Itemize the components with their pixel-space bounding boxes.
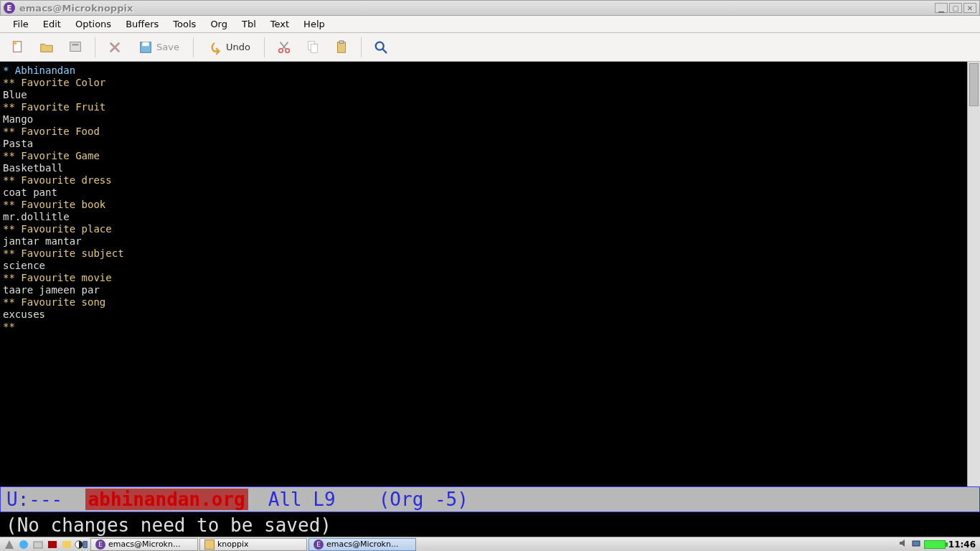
vertical-scrollbar[interactable] [967,62,980,486]
scissors-icon [276,39,292,55]
menu-help[interactable]: Help [296,17,332,32]
browser-launcher[interactable] [17,539,30,550]
task-label: knoppix [217,540,249,549]
copy-button[interactable] [301,35,325,60]
menu-options[interactable]: Options [68,17,118,32]
cut-button[interactable] [272,35,296,60]
maximize-button[interactable]: ▢ [949,3,962,13]
modeline-mode: (Org -5) [379,489,468,510]
taskbar-clock[interactable]: 11:46 [948,540,976,550]
svg-rect-2 [70,42,81,51]
window-title: emacs@Microknoppix [19,3,133,14]
minimize-button[interactable]: ▁ [935,3,948,13]
modeline-filename: abhinandan.org [85,489,248,510]
editor-line: taare jameen par [3,284,964,296]
menu-edit[interactable]: Edit [36,17,68,32]
editor-line: * Abhinandan [3,65,964,77]
emacs-app-icon: E [4,2,15,14]
open-directory-button[interactable] [63,35,88,60]
editor-line: jantar mantar [3,235,964,248]
svg-rect-5 [142,42,149,46]
editor-line: science [3,260,964,272]
mode-line[interactable]: U:--- abhinandan.org All L9 (Org -5) [0,486,980,512]
undo-button[interactable]: Undo [201,35,257,60]
svg-rect-19 [913,541,920,546]
taskbar-task-knoppix[interactable]: knoppix [199,538,307,551]
editor-line: coat pant [3,187,964,199]
editor-line: ** Favourite book [3,199,964,211]
menu-org[interactable]: Org [203,17,235,32]
open-folder-icon [39,39,55,55]
editor-line: Pasta [3,138,964,150]
editor-line: ** Favorite Food [3,126,964,138]
editor-line: Blue [3,89,964,101]
editor-line: ** Favourite song [3,296,964,309]
search-button[interactable] [369,35,393,60]
save-icon [138,39,154,55]
svg-rect-16 [62,541,71,548]
menu-buffers[interactable]: Buffers [118,17,166,32]
menu-bar: File Edit Options Buffers Tools Org Tbl … [0,16,980,33]
editor-line: ** Favourite place [3,223,964,235]
toolbar-separator [95,37,95,57]
save-label: Save [156,42,179,52]
clipboard-icon [334,39,349,55]
editor-line: Basketball [3,162,964,174]
save-button[interactable]: Save [131,35,186,60]
svg-rect-18 [83,541,87,547]
battery-icon[interactable] [924,540,946,549]
modeline-position: All L9 [268,489,336,510]
svg-point-1 [14,42,17,44]
open-file-button[interactable] [34,35,59,60]
directory-icon [67,39,83,55]
menu-text[interactable]: Text [263,17,296,32]
editor-line: ** [3,321,964,333]
editor-buffer[interactable]: * Abhinandan ** Favorite ColorBlue** Fav… [0,62,967,486]
search-icon [373,39,389,55]
paste-button[interactable] [329,35,354,60]
copy-icon [305,39,321,55]
new-file-icon [10,39,26,55]
taskbar-task-emacs2[interactable]: E emacs@Microkn... [308,538,416,551]
editor-line: ** Favourite subject [3,248,964,260]
volume-icon[interactable] [898,538,908,550]
editor-line: ** Favorite Color [3,77,964,89]
task-label: emacs@Microkn... [108,540,180,549]
undo-label: Undo [226,42,250,52]
svg-rect-9 [311,44,317,52]
emacs-icon: E [95,540,105,550]
toolbar-separator [193,37,194,57]
minibuffer[interactable]: (No changes need to be saved) [0,512,980,538]
folder-icon [204,540,215,550]
task-label: emacs@Microkn... [326,540,398,549]
close-buffer-button[interactable] [103,35,127,60]
new-file-button[interactable] [6,35,30,60]
menu-file[interactable]: File [6,17,36,32]
svg-rect-14 [34,542,42,548]
window-titlebar: E emacs@Microknoppix ▁ ▢ ✕ [0,0,980,16]
taskbar: E emacs@Microkn... knoppix E emacs@Micro… [0,537,980,551]
svg-rect-3 [72,44,78,45]
toolbar-separator [264,37,265,57]
close-button[interactable]: ✕ [963,3,976,13]
scrollbar-thumb[interactable] [969,63,979,106]
terminal-launcher[interactable] [46,539,59,550]
editor-line: ** Favourite dress [3,174,964,187]
editor-line: ** Favorite Fruit [3,101,964,113]
start-menu-button[interactable] [3,539,16,550]
show-desktop-button[interactable] [60,539,73,550]
pager-workspace[interactable] [75,539,88,550]
editor-line: mr.dollitle [3,211,964,223]
undo-icon [207,39,223,55]
taskbar-task-emacs1[interactable]: E emacs@Microkn... [90,538,198,551]
toolbar-separator [361,37,362,57]
editor-line: ** Favourite movie [3,272,964,284]
filemanager-launcher[interactable] [32,539,44,550]
menu-tools[interactable]: Tools [166,17,203,32]
network-icon[interactable] [911,538,921,550]
menu-tbl[interactable]: Tbl [235,17,263,32]
svg-rect-11 [339,40,344,43]
svg-rect-15 [48,541,57,548]
close-icon [107,39,123,55]
minibuffer-message: (No changes need to be saved) [6,514,331,536]
